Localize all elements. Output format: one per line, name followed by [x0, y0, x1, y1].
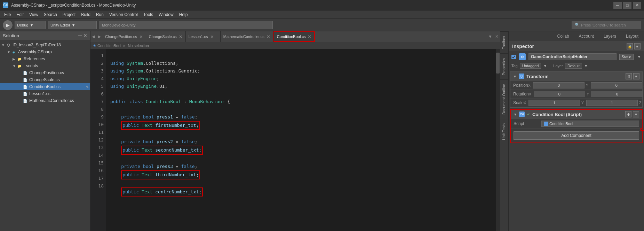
transform-component: ▼ ⬡ Transform ⚙ ≡ Position X [510, 71, 643, 108]
maximize-button[interactable]: □ [623, 2, 631, 9]
unit-tests-tab[interactable]: Unit Tests [500, 119, 508, 144]
scale-y-input[interactable] [586, 100, 638, 106]
menu-version-control[interactable]: Version Control [106, 10, 141, 18]
layout-button[interactable]: Layout [623, 33, 641, 39]
editor-dropdown[interactable]: Unity Editor ▼ [48, 21, 97, 29]
inspector-lock-button[interactable]: 🔒 [627, 43, 633, 49]
menu-search[interactable]: Search [41, 10, 60, 18]
rotation-x-input[interactable] [534, 91, 585, 97]
close-all-button[interactable]: ✕ [494, 31, 500, 42]
gameobject-active-checkbox[interactable] [511, 55, 516, 59]
solution-panel-header: Solution ─ ✕ [0, 31, 90, 40]
layer-value[interactable]: Default [565, 63, 582, 69]
close-button[interactable]: ✕ [633, 2, 641, 9]
scripts-folder-icon: 📁 [17, 63, 22, 69]
add-component-button[interactable]: Add Component [514, 131, 639, 140]
tree-conditionbool[interactable]: 📄 ConditionBool.cs ✎ [0, 83, 90, 90]
toolbox-tab[interactable]: Toolbox [500, 31, 508, 53]
tab-conditionbool[interactable]: ConditionBool.cs ✕ [273, 31, 315, 42]
rotation-x-field: X [529, 91, 585, 97]
tree-changescale[interactable]: 📄 ChangeScale.cs [0, 76, 90, 83]
code-content[interactable]: using System.Collections; using System.C… [106, 49, 496, 231]
menu-tools[interactable]: Tools [141, 10, 156, 18]
transform-settings-button[interactable]: ⚙ [626, 73, 632, 79]
run-button[interactable]: ▶ [3, 20, 13, 30]
y-label-rot: Y [587, 92, 591, 96]
tab-changeposition-close-icon[interactable]: ✕ [139, 34, 143, 39]
position-fields: X Y Z [528, 82, 644, 88]
position-y-input[interactable] [591, 82, 642, 88]
account-button[interactable]: Account [576, 33, 597, 39]
position-x-input[interactable] [533, 82, 585, 88]
collab-button[interactable]: Collab [555, 33, 572, 39]
script-settings-button[interactable]: ⚙ [625, 111, 631, 117]
tree-lesson1[interactable]: 📄 Lesson1.cs [0, 90, 90, 97]
tree-changeposition[interactable]: 📄 ChangePosition.cs [0, 69, 90, 76]
cs-icon-3: 📄 [22, 91, 28, 97]
panel-minimize-icon[interactable]: ─ [78, 33, 82, 38]
debug-dropdown[interactable]: Debug ▼ [15, 21, 46, 29]
static-dropdown-icon[interactable]: ▼ [637, 54, 641, 59]
layer-dropdown-icon[interactable]: ▼ [584, 64, 588, 68]
tab-conditionbool-label: ConditionBool.cs [277, 34, 306, 39]
layers-button[interactable]: Layers [601, 33, 619, 39]
add-component-row: Add Component [511, 129, 642, 143]
tree-mathcontroller[interactable]: 📄 MathematicController.cs [0, 97, 90, 104]
cs-icon-4: 📄 [22, 98, 28, 103]
tree-mathcontroller-label: MathematicController.cs [29, 98, 74, 103]
menu-edit[interactable]: Edit [14, 10, 26, 18]
x-label-rot: X [529, 92, 533, 96]
tab-prev-button[interactable]: ◀ [90, 31, 96, 42]
menu-help[interactable]: Help [176, 10, 191, 18]
tab-changeposition[interactable]: ChangePosition.cs ✕ [102, 31, 146, 42]
layer-label: Layer [553, 64, 563, 68]
document-outline-tab[interactable]: Document Outline [500, 79, 508, 119]
tag-dropdown-icon[interactable]: ▼ [543, 64, 547, 68]
menu-run[interactable]: Run [93, 10, 106, 18]
scale-x-input[interactable] [528, 100, 580, 106]
right-sidebar: Toolbox Properties Document Outline Unit… [500, 31, 508, 231]
script-field-row: Script ConditionBool [511, 119, 642, 129]
line-17: public Text centreNumber_txt; [110, 189, 203, 194]
ctrl-search[interactable]: 🔍 Press 'Control+,' to search [572, 21, 641, 29]
panel-close-icon[interactable]: ✕ [83, 33, 87, 38]
tab-dropdown-button[interactable]: ▼ [487, 31, 494, 42]
tab-next-button[interactable]: ▶ [96, 31, 102, 42]
script-field-value[interactable]: ConditionBool [541, 121, 639, 127]
scrollbar[interactable] [496, 49, 500, 231]
script-menu-button[interactable]: ≡ [633, 111, 639, 117]
menu-project[interactable]: Project [60, 10, 78, 18]
gameobject-name[interactable]: GameControllerScriptHolder [528, 53, 617, 60]
tab-conditionbool-close-icon[interactable]: ✕ [308, 34, 311, 39]
tab-lesson1[interactable]: Lesson1.cs ✕ [186, 31, 221, 42]
transform-menu-button[interactable]: ≡ [633, 73, 639, 79]
menu-window[interactable]: Window [156, 10, 176, 18]
z-label-scale: Z [639, 101, 643, 105]
position-x-field: X [528, 82, 585, 88]
tab-mathcontroller[interactable]: MathematicController.cs ✕ [221, 31, 273, 42]
script-icon: C# [519, 111, 525, 117]
minimize-button[interactable]: ─ [613, 2, 622, 9]
transform-header[interactable]: ▼ ⬡ Transform ⚙ ≡ [510, 72, 642, 81]
menu-build[interactable]: Build [78, 10, 93, 18]
static-badge[interactable]: Static [619, 54, 634, 60]
tree-scripts-folder[interactable]: ▼ 📁 _scripts [0, 62, 90, 69]
tree-assembly-csharp[interactable]: ▼ ◈ Assembly-CSharp [0, 48, 90, 55]
rotation-y-input[interactable] [591, 91, 643, 97]
tree-references[interactable]: ▶ 📁 References [0, 55, 90, 62]
script-value: ConditionBool [549, 122, 573, 126]
properties-tab[interactable]: Properties [500, 53, 508, 79]
search-input-value[interactable]: MonoDevelop-Unity [102, 23, 270, 27]
inspector-options-button[interactable]: ≡ [634, 43, 641, 49]
script-component-header[interactable]: ▼ C# ✓ Condition Bool (Script) ⚙ ≡ [511, 110, 642, 119]
tab-changescale-close-icon[interactable]: ✕ [179, 34, 183, 39]
menu-view[interactable]: View [26, 10, 41, 18]
tree-root[interactable]: ▼ ⬡ ID_lesson3_SeptToDec18 [0, 41, 90, 48]
tab-lesson1-close-icon[interactable]: ✕ [210, 34, 214, 39]
menu-file[interactable]: File [1, 10, 14, 18]
tab-changescale[interactable]: ChangeScale.cs ✕ [146, 31, 186, 42]
line-10 [110, 131, 113, 137]
tag-value[interactable]: Untagged [520, 63, 541, 69]
tab-mathcontroller-close-icon[interactable]: ✕ [267, 34, 270, 39]
toolbar: ▶ Debug ▼ Unity Editor ▼ MonoDevelop-Uni… [0, 19, 644, 31]
